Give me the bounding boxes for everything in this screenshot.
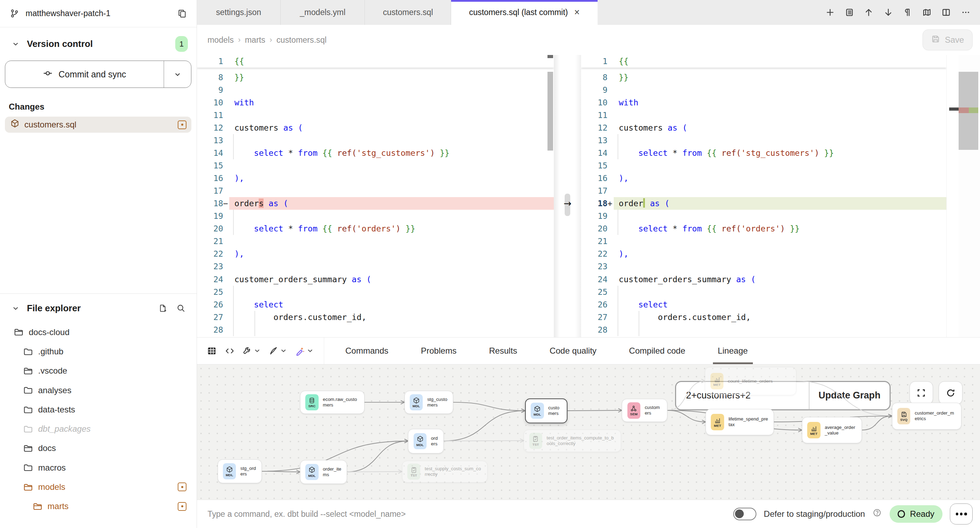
sidebar-item--github[interactable]: .github: [5, 342, 191, 361]
code-line-10: 10with: [197, 96, 554, 109]
code-line-18: 18+order as (: [581, 197, 946, 210]
toolbar-icon-cluster: [197, 338, 324, 364]
diff-pane-modified[interactable]: 1{{8}}910with1112customers as (1314 sele…: [581, 55, 946, 337]
commit-and-sync-button[interactable]: Commit and sync: [5, 61, 164, 87]
lineage-node-order-items[interactable]: MDLorder_items: [300, 460, 347, 484]
sidebar-item-data-tests[interactable]: data-tests: [5, 400, 191, 419]
lineage-node-stg-customers[interactable]: MDLstg_customers: [404, 391, 453, 414]
editor-minimap[interactable]: [959, 55, 980, 337]
file-explorer-header[interactable]: File explorer: [5, 294, 191, 320]
split-editor-icon[interactable]: [939, 6, 953, 19]
copy-icon[interactable]: [175, 7, 189, 20]
met-badge-icon: MET: [711, 414, 724, 430]
node-label: orders: [431, 436, 439, 447]
lineage-node-count-lifetime-orders[interactable]: METcount_lifetime_orders: [705, 367, 796, 395]
lineage-canvas[interactable]: Update Graph SRCecom.raw_customersMDLstg…: [197, 365, 980, 499]
code-line-9: 9: [197, 84, 554, 96]
format-sweep-icon[interactable]: [269, 346, 287, 356]
commit-options-caret[interactable]: [164, 61, 191, 87]
editor-scrollbar[interactable]: [547, 72, 553, 151]
map-icon[interactable]: [920, 6, 934, 19]
search-icon[interactable]: [174, 301, 188, 315]
tab--models-yml[interactable]: _models.yml: [281, 0, 365, 25]
panel-tab-lineage[interactable]: Lineage: [713, 338, 753, 364]
code-line-17: 17: [197, 184, 554, 197]
node-label: customer_order_metrics: [915, 411, 956, 422]
sidebar-item-docs[interactable]: docs: [5, 439, 191, 458]
sidebar-item-dbt-packages[interactable]: dbt_packages: [5, 419, 191, 438]
commit-button-label: Commit and sync: [59, 69, 126, 79]
ai-fix-icon[interactable]: [295, 346, 314, 356]
lineage-node-customers[interactable]: MDLcustomers: [525, 398, 568, 423]
code-line-27: 27 orders.customer_id,: [197, 311, 554, 323]
panel-tab-problems[interactable]: Problems: [416, 338, 461, 364]
breadcrumb-part[interactable]: customers.sql: [277, 35, 327, 45]
diff-overview-ruler[interactable]: [947, 55, 959, 337]
lineage-node-stg-orders[interactable]: MDLstg_orders: [218, 459, 262, 483]
mdl-badge-icon: MDL: [223, 463, 236, 479]
node-label: test_order_items_compute_to_bools_correc…: [546, 435, 616, 446]
lineage-node-lifetime-spend-pretax[interactable]: METlifetime_spend_pretax: [706, 409, 773, 435]
close-icon[interactable]: ×: [574, 8, 580, 17]
sidebar-item--vscode[interactable]: .vscode: [5, 362, 191, 381]
build-wrench-icon[interactable]: [243, 346, 261, 356]
defer-toggle[interactable]: [733, 508, 756, 520]
update-graph-button[interactable]: Update Graph: [809, 381, 891, 411]
refresh-graph-button[interactable]: [939, 381, 963, 404]
save-button[interactable]: Save: [923, 29, 972, 51]
changed-file-row[interactable]: customers.sql: [5, 117, 191, 133]
version-control-header[interactable]: Version control 1: [5, 27, 191, 58]
more-options-button[interactable]: [950, 504, 972, 525]
new-file-icon[interactable]: [156, 301, 170, 315]
sidebar-item-models[interactable]: models: [5, 477, 191, 496]
code-icon[interactable]: [225, 346, 234, 356]
node-label: stg_orders: [240, 466, 256, 477]
panel-tab-commands[interactable]: Commands: [340, 338, 394, 364]
code-line-20: 20 select * from {{ ref('orders') }}: [581, 222, 946, 235]
sidebar-item-analyses[interactable]: analyses: [5, 381, 191, 400]
sidebar-item-marts[interactable]: marts: [5, 496, 191, 516]
tab-customers-sql-last-commit-[interactable]: customers.sql (last commit)×: [451, 0, 597, 25]
plus-icon[interactable]: [823, 6, 837, 19]
lineage-node-ecom-raw-customers[interactable]: SRCecom.raw_customers: [300, 391, 364, 414]
breadcrumb-separator: ›: [269, 36, 272, 44]
git-commit-icon: [43, 68, 53, 81]
arrow-up-icon[interactable]: [862, 6, 875, 19]
panel-tab-results[interactable]: Results: [484, 338, 522, 364]
lineage-node-test-order-items[interactable]: TSTtest_order_items_compute_to_bools_cor…: [523, 430, 621, 452]
help-icon[interactable]: [872, 508, 882, 520]
arrow-down-icon[interactable]: [881, 6, 895, 19]
breadcrumb-separator: ›: [238, 36, 240, 44]
panel-tab-code-quality[interactable]: Code quality: [545, 338, 601, 364]
editor-tabbar: settings.json_models.ymlcustomers.sqlcus…: [197, 0, 980, 25]
lineage-node-customer-order-metrics[interactable]: SVQcustomer_order_metrics: [892, 403, 961, 430]
tab-label: customers.sql: [383, 8, 433, 17]
apply-change-arrow-icon[interactable]: →: [554, 198, 581, 209]
pilcrow-icon[interactable]: [901, 6, 915, 19]
lineage-node-average-order-value[interactable]: METaverage_order_value: [802, 417, 862, 443]
status-badge[interactable]: Ready: [889, 505, 943, 523]
breadcrumb-part[interactable]: marts: [245, 35, 265, 45]
status-label: Ready: [910, 509, 934, 519]
sidebar-item-macros[interactable]: macros: [5, 458, 191, 477]
tab-settings-json[interactable]: settings.json: [197, 0, 281, 25]
lineage-node-test-supply[interactable]: TSTtest_supply_costs_sum_correctly: [402, 461, 488, 482]
diff-pane-original[interactable]: 1{{8}}910with1112customers as (1314 sele…: [197, 55, 554, 337]
code-line-28: 28: [197, 323, 554, 336]
fullscreen-button[interactable]: [910, 381, 933, 404]
more-icon[interactable]: [959, 6, 972, 19]
lineage-node-customers-sem[interactable]: SEMcustomers: [622, 399, 667, 422]
panel-tab-compiled-code[interactable]: Compiled code: [624, 338, 690, 364]
code-line-16: 16),: [581, 172, 946, 184]
outline-icon[interactable]: [843, 6, 856, 19]
breadcrumb-part[interactable]: models: [207, 35, 234, 45]
command-input[interactable]: Type a command, ex. dbt build --select <…: [207, 509, 725, 519]
status-ring-icon: [897, 510, 905, 517]
sem-badge-icon: SEM: [627, 402, 640, 419]
lineage-node-orders[interactable]: MDLorders: [408, 429, 444, 453]
results-table-icon[interactable]: [207, 346, 217, 356]
sidebar-item-docs-cloud[interactable]: docs-cloud: [5, 322, 191, 342]
folder-label: analyses: [38, 385, 186, 395]
tab-customers-sql[interactable]: customers.sql: [365, 0, 451, 25]
code-line-26: 26 select: [581, 298, 946, 311]
